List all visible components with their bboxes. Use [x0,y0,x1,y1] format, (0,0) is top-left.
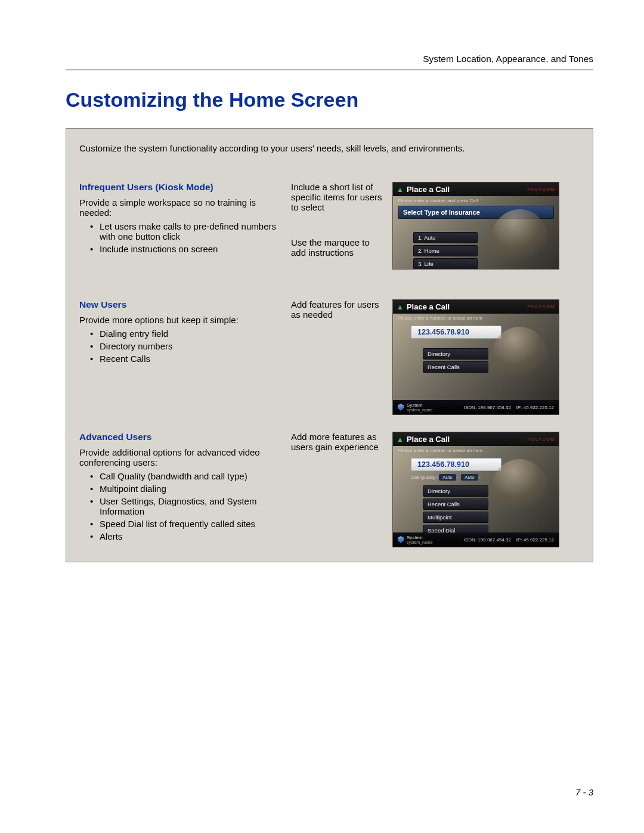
shot-bg-figure [491,209,548,269]
page-number: 7 - 3 [575,787,593,797]
shot-title: Place a Call [407,435,450,444]
advanced-bullets: Call Quality (bandwidth and call type) M… [90,471,285,541]
infrequent-note-b: Use the marquee to add instructions [291,237,386,258]
row-infrequent: Infrequent Users (Kiosk Mode) Provide a … [79,182,580,283]
shot-footer: System system_name ISDN: 198.967.454.32 … [393,532,559,547]
shot-title: Place a Call [407,185,450,194]
list-item: Recent Calls [90,354,285,364]
header-rule [66,69,593,70]
list-item: Let users make calls to pre-defined numb… [90,221,285,241]
shield-icon [398,404,404,411]
shot-item: 2. Home [413,245,478,256]
arrow-icon: ▲ [397,185,404,194]
row-advanced: Advanced Users Provide additional option… [79,432,580,547]
row-new-users: New Users Provide more options but keep … [79,299,580,415]
shot-footer-mid: ISDN: 198.967.454.32 [464,405,511,410]
section-title-new: New Users [79,299,285,310]
infrequent-note-a: Include a short list of specific items f… [291,182,386,212]
shot-menu-item: Speed Dial [423,525,488,532]
shield-icon [398,536,404,543]
shot-item: 3. Life [413,258,478,269]
shot-footer-left: System [407,402,433,408]
shot-hint: Please enter a number or select an item [393,314,559,322]
infrequent-bullets: Let users make calls to pre-defined numb… [90,221,285,254]
advanced-note-a: Add more features as users gain experien… [291,432,386,452]
shot-titlebar: ▲ Place a Call POLYCOM [393,432,559,446]
list-item: Call Quality (bandwidth and call type) [90,471,285,481]
list-item: User Settings, Diagnostics, and System I… [90,496,285,516]
screenshot-kiosk: ▲ Place a Call POLYCOM Please enter a nu… [392,182,559,270]
section-title-advanced: Advanced Users [79,432,285,442]
shot-footer: System system_name ISDN: 198.967.454.32 … [393,400,559,414]
shot-title: Place a Call [407,302,450,311]
shot-hint: Please enter a number and press Call [393,196,559,205]
shot-brand: POLYCOM [527,304,555,309]
shot-footer-left: System [407,535,433,540]
screenshot-advanced: ▲ Place a Call POLYCOM Please enter a nu… [392,432,559,547]
shot-dial-field: 123.456.78.910 [411,458,501,471]
shot-footer-sub: system_name [407,540,433,544]
intro-text: Customize the system functionality accor… [79,143,580,153]
shot-titlebar: ▲ Place a Call POLYCOM [393,300,559,314]
shot-item: 1. Auto [413,232,478,243]
section-title-infrequent: Infrequent Users (Kiosk Mode) [79,182,285,193]
shot-footer-mid: ISDN: 198.967.454.32 [464,537,511,543]
shot-dial-field: 123.456.78.910 [411,326,501,339]
shot-footer-right: IP: 45.922.225.12 [516,537,554,543]
new-note-a: Add features for users as needed [291,299,386,320]
shot-hint: Please enter a number or select an item [393,446,559,454]
infrequent-desc: Provide a simple workspace so no trainin… [79,197,285,218]
shot-footer-right: IP: 45.922.225.12 [516,405,554,410]
page-title: Customizing the Home Screen [66,88,593,112]
shot-menu-item: Directory [423,348,488,360]
content-panel: Customize the system functionality accor… [66,128,593,562]
list-item: Include instructions on screen [90,244,285,254]
new-desc: Provide more options but keep it simple: [79,315,285,325]
shot-menu-item: Multipoint [423,512,488,523]
shot-footer-sub: system_name [407,408,433,412]
arrow-icon: ▲ [397,303,404,311]
new-bullets: Dialing entry field Directory numbers Re… [90,329,285,364]
list-item: Alerts [90,531,285,541]
list-item: Directory numbers [90,341,285,351]
shot-bg-figure [491,327,548,386]
list-item: Dialing entry field [90,329,285,339]
shot-brand: POLYCOM [527,187,555,192]
advanced-desc: Provide additional options for advanced … [79,447,285,467]
shot-menu-item: Recent Calls [423,498,488,510]
shot-menu-item: Recent Calls [423,361,488,373]
list-item: Speed Dial list of frequently called sit… [90,519,285,529]
breadcrumb: System Location, Appearance, and Tones [66,54,593,64]
arrow-icon: ▲ [397,435,404,444]
list-item: Multipoint dialing [90,484,285,494]
shot-menu-item: Directory [423,485,488,497]
shot-bg-figure [491,459,548,519]
screenshot-new: ▲ Place a Call POLYCOM Please enter a nu… [392,299,559,415]
shot-brand: POLYCOM [527,436,555,442]
shot-titlebar: ▲ Place a Call POLYCOM [393,182,559,196]
